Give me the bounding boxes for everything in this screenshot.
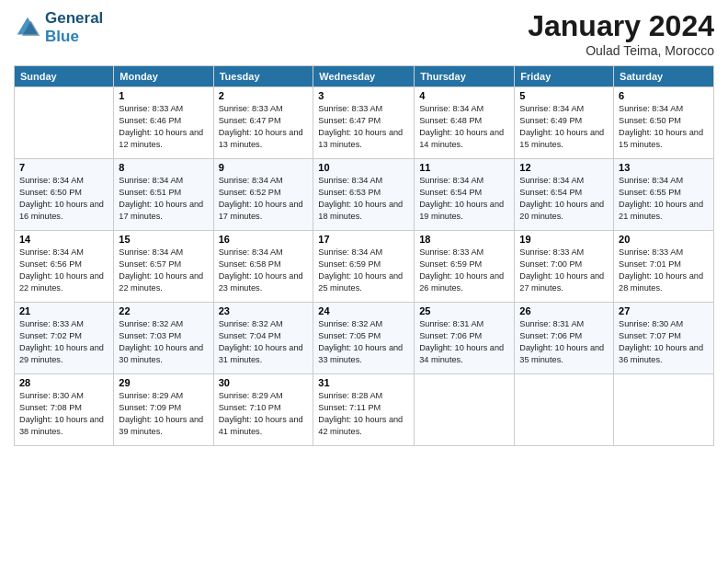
calendar-cell: 13Sunrise: 8:34 AMSunset: 6:55 PMDayligh… (614, 159, 714, 231)
week-row-2: 7Sunrise: 8:34 AMSunset: 6:50 PMDaylight… (15, 159, 714, 231)
day-info: Sunrise: 8:33 AMSunset: 7:00 PMDaylight:… (519, 247, 609, 294)
day-number: 22 (119, 305, 208, 316)
calendar-container: General Blue January 2024 Oulad Teima, M… (0, 0, 728, 455)
calendar-cell: 15Sunrise: 8:34 AMSunset: 6:57 PMDayligh… (114, 231, 213, 303)
day-number: 27 (619, 305, 709, 316)
day-info: Sunrise: 8:31 AMSunset: 7:06 PMDaylight:… (419, 318, 509, 366)
header-day-wednesday: Wednesday (313, 66, 415, 87)
day-info: Sunrise: 8:34 AMSunset: 6:52 PMDaylight:… (219, 175, 309, 223)
day-number: 2 (219, 90, 309, 101)
day-info: Sunrise: 8:32 AMSunset: 7:05 PMDaylight:… (318, 318, 409, 366)
day-number: 14 (19, 234, 108, 245)
calendar-cell: 16Sunrise: 8:34 AMSunset: 6:58 PMDayligh… (213, 231, 313, 303)
day-info: Sunrise: 8:32 AMSunset: 7:03 PMDaylight:… (119, 318, 208, 366)
header-day-friday: Friday (515, 66, 614, 87)
calendar-cell: 8Sunrise: 8:34 AMSunset: 6:51 PMDaylight… (114, 159, 213, 231)
week-row-3: 14Sunrise: 8:34 AMSunset: 6:56 PMDayligh… (15, 231, 714, 303)
day-info: Sunrise: 8:33 AMSunset: 6:47 PMDaylight:… (219, 103, 309, 151)
day-number: 11 (419, 162, 509, 173)
day-number: 15 (119, 234, 208, 245)
calendar-cell: 30Sunrise: 8:29 AMSunset: 7:10 PMDayligh… (213, 374, 313, 446)
header-day-saturday: Saturday (614, 66, 714, 87)
day-info: Sunrise: 8:29 AMSunset: 7:09 PMDaylight:… (119, 390, 208, 438)
day-number: 9 (219, 162, 309, 173)
day-info: Sunrise: 8:31 AMSunset: 7:06 PMDaylight:… (519, 318, 609, 366)
day-info: Sunrise: 8:34 AMSunset: 6:50 PMDaylight:… (619, 103, 709, 151)
day-info: Sunrise: 8:34 AMSunset: 6:53 PMDaylight:… (318, 175, 409, 223)
calendar-cell: 6Sunrise: 8:34 AMSunset: 6:50 PMDaylight… (614, 87, 714, 159)
day-number: 6 (619, 90, 709, 101)
day-number: 3 (318, 90, 409, 101)
day-number: 10 (318, 162, 409, 173)
day-number: 19 (519, 234, 609, 245)
day-info: Sunrise: 8:34 AMSunset: 6:54 PMDaylight:… (419, 175, 509, 223)
day-number: 13 (619, 162, 709, 173)
calendar-cell (415, 374, 515, 446)
calendar-cell: 4Sunrise: 8:34 AMSunset: 6:48 PMDaylight… (415, 87, 515, 159)
day-info: Sunrise: 8:29 AMSunset: 7:10 PMDaylight:… (219, 390, 309, 438)
day-number: 23 (219, 305, 309, 316)
logo: General Blue (14, 9, 103, 46)
day-info: Sunrise: 8:30 AMSunset: 7:08 PMDaylight:… (19, 390, 108, 438)
calendar-cell: 19Sunrise: 8:33 AMSunset: 7:00 PMDayligh… (515, 231, 614, 303)
calendar-table: SundayMondayTuesdayWednesdayThursdayFrid… (14, 65, 714, 446)
day-number: 29 (119, 377, 208, 388)
header-row-days: SundayMondayTuesdayWednesdayThursdayFrid… (15, 66, 714, 87)
day-info: Sunrise: 8:28 AMSunset: 7:11 PMDaylight:… (318, 390, 409, 438)
calendar-cell (15, 87, 114, 159)
calendar-cell: 25Sunrise: 8:31 AMSunset: 7:06 PMDayligh… (415, 303, 515, 374)
day-info: Sunrise: 8:33 AMSunset: 6:59 PMDaylight:… (419, 247, 509, 294)
calendar-cell: 1Sunrise: 8:33 AMSunset: 6:46 PMDaylight… (114, 87, 213, 159)
calendar-cell: 5Sunrise: 8:34 AMSunset: 6:49 PMDaylight… (515, 87, 614, 159)
calendar-cell: 24Sunrise: 8:32 AMSunset: 7:05 PMDayligh… (313, 303, 415, 374)
day-number: 24 (318, 305, 409, 316)
day-number: 26 (519, 305, 609, 316)
calendar-title: January 2024 (528, 9, 714, 43)
header-day-thursday: Thursday (415, 66, 515, 87)
day-number: 28 (19, 377, 108, 388)
day-info: Sunrise: 8:30 AMSunset: 7:07 PMDaylight:… (619, 318, 709, 366)
calendar-cell: 26Sunrise: 8:31 AMSunset: 7:06 PMDayligh… (515, 303, 614, 374)
day-number: 1 (119, 90, 208, 101)
header-row: General Blue January 2024 Oulad Teima, M… (14, 9, 714, 58)
calendar-cell: 22Sunrise: 8:32 AMSunset: 7:03 PMDayligh… (114, 303, 213, 374)
week-row-4: 21Sunrise: 8:33 AMSunset: 7:02 PMDayligh… (15, 303, 714, 374)
calendar-cell (614, 374, 714, 446)
calendar-cell: 17Sunrise: 8:34 AMSunset: 6:59 PMDayligh… (313, 231, 415, 303)
day-number: 12 (519, 162, 609, 173)
calendar-cell: 11Sunrise: 8:34 AMSunset: 6:54 PMDayligh… (415, 159, 515, 231)
day-info: Sunrise: 8:33 AMSunset: 7:02 PMDaylight:… (19, 318, 108, 366)
day-info: Sunrise: 8:34 AMSunset: 6:59 PMDaylight:… (318, 247, 409, 294)
day-info: Sunrise: 8:34 AMSunset: 6:48 PMDaylight:… (419, 103, 509, 151)
day-number: 7 (19, 162, 108, 173)
day-number: 30 (219, 377, 309, 388)
calendar-cell: 31Sunrise: 8:28 AMSunset: 7:11 PMDayligh… (313, 374, 415, 446)
day-info: Sunrise: 8:33 AMSunset: 6:47 PMDaylight:… (318, 103, 409, 151)
calendar-cell: 20Sunrise: 8:33 AMSunset: 7:01 PMDayligh… (614, 231, 714, 303)
calendar-cell (515, 374, 614, 446)
day-info: Sunrise: 8:34 AMSunset: 6:51 PMDaylight:… (119, 175, 208, 223)
calendar-cell: 2Sunrise: 8:33 AMSunset: 6:47 PMDaylight… (213, 87, 313, 159)
day-info: Sunrise: 8:33 AMSunset: 6:46 PMDaylight:… (119, 103, 208, 151)
calendar-subtitle: Oulad Teima, Morocco (528, 43, 714, 58)
header-day-tuesday: Tuesday (213, 66, 313, 87)
day-number: 8 (119, 162, 208, 173)
calendar-cell: 12Sunrise: 8:34 AMSunset: 6:54 PMDayligh… (515, 159, 614, 231)
day-number: 18 (419, 234, 509, 245)
day-number: 25 (419, 305, 509, 316)
day-info: Sunrise: 8:34 AMSunset: 6:56 PMDaylight:… (19, 247, 108, 294)
day-number: 5 (519, 90, 609, 101)
day-info: Sunrise: 8:32 AMSunset: 7:04 PMDaylight:… (219, 318, 309, 366)
day-number: 4 (419, 90, 509, 101)
day-number: 20 (619, 234, 709, 245)
day-number: 16 (219, 234, 309, 245)
week-row-5: 28Sunrise: 8:30 AMSunset: 7:08 PMDayligh… (15, 374, 714, 446)
calendar-cell: 10Sunrise: 8:34 AMSunset: 6:53 PMDayligh… (313, 159, 415, 231)
calendar-cell: 3Sunrise: 8:33 AMSunset: 6:47 PMDaylight… (313, 87, 415, 159)
title-block: January 2024 Oulad Teima, Morocco (528, 9, 714, 58)
logo-icon (14, 14, 41, 41)
day-info: Sunrise: 8:34 AMSunset: 6:57 PMDaylight:… (119, 247, 208, 294)
calendar-cell: 18Sunrise: 8:33 AMSunset: 6:59 PMDayligh… (415, 231, 515, 303)
day-info: Sunrise: 8:34 AMSunset: 6:58 PMDaylight:… (219, 247, 309, 294)
day-info: Sunrise: 8:34 AMSunset: 6:54 PMDaylight:… (519, 175, 609, 223)
